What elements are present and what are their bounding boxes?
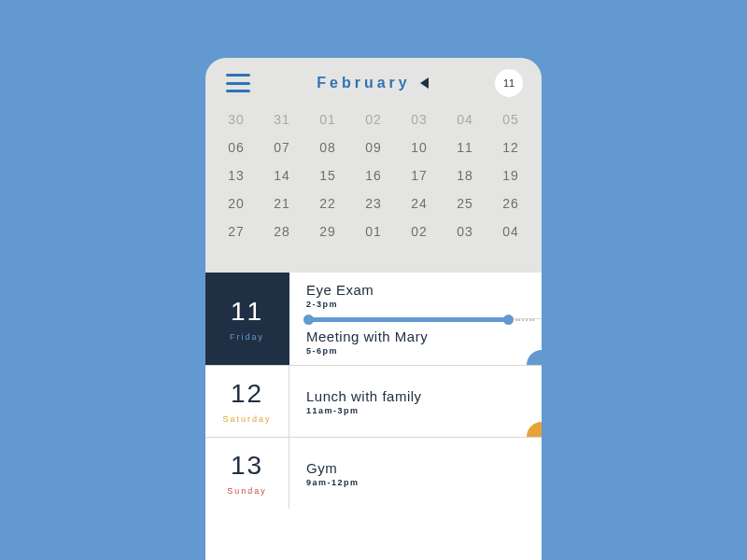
menu-icon[interactable] xyxy=(226,74,250,92)
calendar-day[interactable]: 11 xyxy=(451,140,479,155)
chevron-left-icon xyxy=(420,77,429,89)
event-title: Meeting with Mary xyxy=(306,329,542,344)
calendar-day[interactable]: 24 xyxy=(405,196,433,211)
calendar-day[interactable]: 25 xyxy=(451,196,479,211)
phone-frame: February 11 3031010203040506070809101112… xyxy=(205,58,542,560)
calendar-row: 30310102030405 xyxy=(222,112,525,127)
agenda-events: Eye Exam2-3pmMeeting with Mary5-6pm xyxy=(289,273,542,365)
agenda: 11FridayEye Exam2-3pmMeeting with Mary5-… xyxy=(205,273,542,560)
calendar-day[interactable]: 17 xyxy=(405,168,433,183)
calendar-day[interactable]: 23 xyxy=(359,196,388,211)
month-label: February xyxy=(317,75,410,91)
today-badge-text: 11 xyxy=(503,77,514,89)
agenda-day-number: 13 xyxy=(231,451,263,481)
agenda-events: Lunch with family11am-3pm xyxy=(289,366,542,437)
agenda-event[interactable]: Lunch with family11am-3pm xyxy=(306,379,542,425)
calendar-row: 20212223242526 xyxy=(222,196,525,211)
today-button[interactable]: 11 xyxy=(495,69,523,97)
agenda-day-name: Saturday xyxy=(222,414,271,424)
agenda-events: Gym9am-12pm xyxy=(289,438,542,509)
calendar-day[interactable]: 22 xyxy=(314,196,342,211)
calendar-day[interactable]: 02 xyxy=(405,224,433,239)
agenda-day-name: Sunday xyxy=(227,486,267,496)
calendar-day[interactable]: 31 xyxy=(268,112,296,127)
calendar-day[interactable]: 10 xyxy=(405,140,433,155)
calendar-day[interactable]: 01 xyxy=(314,112,342,127)
event-time: 2-3pm xyxy=(306,300,542,309)
event-time: 11am-3pm xyxy=(306,406,542,415)
calendar-day[interactable]: 27 xyxy=(222,224,250,239)
calendar-day[interactable]: 18 xyxy=(451,168,479,183)
calendar-row: 27282901020304 xyxy=(222,224,525,239)
agenda-day: 12SaturdayLunch with family11am-3pm xyxy=(205,366,542,438)
calendar-day[interactable]: 05 xyxy=(497,112,525,127)
calendar-day[interactable]: 12 xyxy=(497,140,525,155)
agenda-event[interactable]: Eye Exam2-3pm xyxy=(306,273,542,318)
calendar-day[interactable]: 02 xyxy=(359,112,388,127)
calendar-day[interactable]: 04 xyxy=(497,224,525,239)
calendar-day[interactable]: 09 xyxy=(359,140,388,155)
calendar-day[interactable]: 20 xyxy=(222,196,250,211)
day-indicator-icon xyxy=(527,422,542,437)
calendar-day[interactable]: 16 xyxy=(359,168,388,183)
calendar-grid: 3031010203040506070809101112131415161718… xyxy=(205,108,542,273)
calendar-day[interactable]: 04 xyxy=(451,112,479,127)
calendar-day[interactable]: 19 xyxy=(497,168,525,183)
calendar-day[interactable]: 03 xyxy=(405,112,433,127)
calendar-day[interactable]: 15 xyxy=(314,168,342,183)
agenda-day: 11FridayEye Exam2-3pmMeeting with Mary5-… xyxy=(205,273,542,366)
calendar-day[interactable]: 26 xyxy=(497,196,525,211)
calendar-day[interactable]: 14 xyxy=(268,168,296,183)
event-time: 5-6pm xyxy=(306,346,542,356)
calendar-day[interactable]: 01 xyxy=(359,224,388,239)
event-title: Gym xyxy=(306,460,542,476)
agenda-day-number: 12 xyxy=(231,379,263,409)
event-time: 9am-12pm xyxy=(306,478,542,487)
calendar-day[interactable]: 07 xyxy=(268,140,296,155)
calendar-row: 06070809101112 xyxy=(222,140,525,155)
agenda-event[interactable]: Gym9am-12pm xyxy=(306,451,542,497)
calendar-day[interactable]: 28 xyxy=(268,224,296,239)
calendar-row: 13141516171819 xyxy=(222,168,525,183)
month-selector[interactable]: February xyxy=(317,75,428,91)
calendar-day[interactable]: 13 xyxy=(222,168,250,183)
calendar-day[interactable]: 06 xyxy=(222,140,250,155)
agenda-day: 13SundayGym9am-12pm xyxy=(205,438,542,509)
calendar-day[interactable]: 30 xyxy=(222,112,250,127)
agenda-day-name: Friday xyxy=(230,332,264,342)
header: February 11 xyxy=(205,58,542,108)
agenda-day-header[interactable]: 12Saturday xyxy=(205,366,289,437)
calendar-day[interactable]: 21 xyxy=(268,196,296,211)
calendar-day[interactable]: 03 xyxy=(451,224,479,239)
calendar-day[interactable]: 29 xyxy=(314,224,342,239)
agenda-day-header[interactable]: 13Sunday xyxy=(205,438,289,509)
agenda-day-number: 11 xyxy=(231,297,263,327)
calendar-day[interactable]: 08 xyxy=(314,140,342,155)
event-title: Lunch with family xyxy=(306,388,542,404)
agenda-event[interactable]: Meeting with Mary5-6pm xyxy=(306,319,542,365)
day-indicator-icon xyxy=(527,350,542,365)
agenda-day-header[interactable]: 11Friday xyxy=(205,273,289,365)
event-title: Eye Exam xyxy=(306,282,542,298)
